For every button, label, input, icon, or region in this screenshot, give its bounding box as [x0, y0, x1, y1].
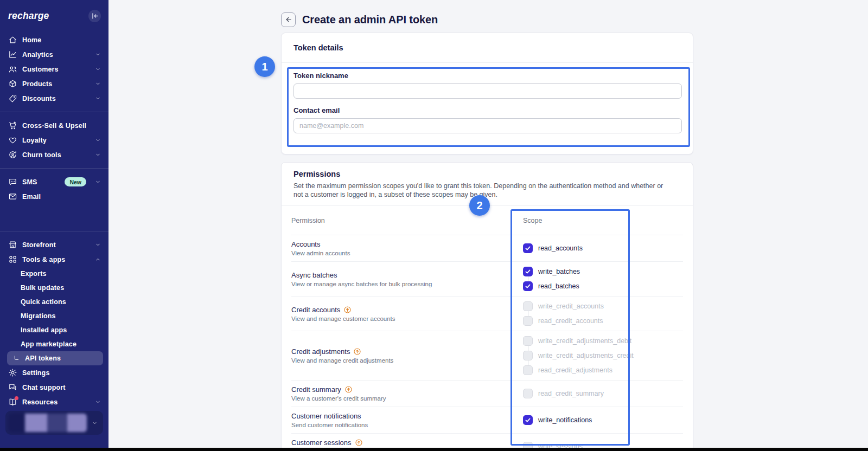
chevron-down-icon [95, 51, 101, 57]
recharge-logo: recharge [8, 10, 49, 22]
scope-checkbox-read_accounts[interactable] [523, 243, 533, 253]
scope-checkbox-read_credit_adjustments [523, 365, 533, 375]
sidebar-item-discounts[interactable]: Discounts [0, 91, 108, 106]
token-details-card: Token details Token nickname Contact ema… [281, 33, 693, 154]
scope-checkbox-write_credit_accounts [523, 301, 533, 311]
chevron-down-icon [95, 81, 101, 87]
cross-sell-icon [8, 121, 17, 130]
scope-checkbox-read_batches[interactable] [523, 281, 533, 291]
sidebar-item-chat-support[interactable]: Chat support [0, 380, 108, 395]
sidebar-item-loyalty[interactable]: Loyalty [0, 133, 108, 147]
tools-apps-icon [8, 255, 17, 264]
permission-cell: Accounts View admin accounts [291, 240, 523, 256]
store-switcher[interactable] [5, 411, 103, 435]
sidebar-collapse-button[interactable] [88, 10, 101, 22]
sidebar-item-customers[interactable]: Customers [0, 62, 108, 76]
sidebar-item-label: Email [22, 193, 41, 201]
sidebar-item-label: Home [22, 36, 41, 44]
permission-description: View and manage credit adjustments [291, 357, 516, 364]
sidebar-item-cross-sell-and-upsell[interactable]: Cross-Sell & Upsell [0, 118, 108, 133]
permission-cell: Credit accounts View and manage customer… [291, 306, 523, 322]
scope-checkbox-read_credit_summary [523, 389, 533, 398]
sidebar-item-products[interactable]: Products [0, 76, 108, 91]
sidebar-item-settings[interactable]: Settings [0, 365, 108, 380]
sidebar-subitem-app-marketplace[interactable]: App marketplace [0, 337, 108, 351]
sidebar-item-tools-and-apps[interactable]: Tools & apps [0, 252, 108, 267]
permission-description: View admin accounts [291, 250, 516, 256]
sidebar-item-email[interactable]: Email [0, 189, 108, 204]
permission-cell: Async batches View or manage async batch… [291, 271, 523, 287]
scope-item-write_credit_accounts: write_credit_accounts [523, 301, 683, 311]
chevron-down-icon [95, 137, 101, 143]
scope-label: write_batches [538, 268, 580, 275]
sidebar-item-label: Churn tools [22, 151, 61, 159]
annotation-step-1-badge: 1 [254, 56, 275, 77]
permission-row-credit-accounts: Credit accounts View and manage customer… [291, 297, 683, 331]
sidebar-item-storefront[interactable]: Storefront [0, 237, 108, 252]
sidebar-item-resources[interactable]: Resources [0, 395, 108, 409]
permission-cell: Credit summary View a customer's credit … [291, 385, 523, 402]
scope-checkbox-write_notifications[interactable] [523, 415, 533, 425]
permission-name: Credit adjustments [291, 347, 516, 356]
permission-name: Credit summary [291, 385, 516, 394]
permission-name: Accounts [291, 240, 516, 248]
permission-description: View a customer's credit summary [291, 395, 516, 402]
page-header: Create an admin API token [281, 0, 693, 28]
home-icon [8, 35, 17, 44]
upgrade-required-icon [355, 439, 363, 447]
sidebar-item-label: Loyalty [22, 137, 47, 144]
sidebar: recharge HomeAnalyticsCustomersProductsD… [0, 0, 108, 451]
new-badge: New [65, 177, 86, 186]
sidebar-item-label: Tools & apps [22, 256, 65, 263]
sidebar-subitem-api-tokens[interactable]: API tokens [7, 351, 103, 365]
contact-email-field-group: Contact email [293, 106, 681, 133]
sidebar-subitem-exports[interactable]: Exports [0, 267, 108, 281]
permission-name: Customer notifications [291, 412, 516, 420]
sidebar-subitem-label: Migrations [21, 312, 56, 320]
upgrade-required-icon [344, 385, 353, 394]
collapse-sidebar-icon [90, 11, 99, 21]
sidebar-subitem-migrations[interactable]: Migrations [0, 309, 108, 323]
sidebar-item-analytics[interactable]: Analytics [0, 47, 108, 62]
page-title: Create an admin API token [302, 14, 438, 26]
token-nickname-label: Token nickname [293, 72, 681, 80]
back-button[interactable] [281, 12, 296, 27]
sidebar-item-label: Cross-Sell & Upsell [22, 122, 86, 130]
sidebar-item-home[interactable]: Home [0, 33, 108, 47]
sidebar-subitem-quick-actions[interactable]: Quick actions [0, 295, 108, 309]
discounts-icon [8, 94, 17, 103]
main-content: Create an admin API token Token details … [108, 0, 868, 451]
chevron-down-icon [95, 399, 101, 405]
sidebar-subitem-installed-apps[interactable]: Installed apps [0, 323, 108, 337]
loyalty-icon [8, 136, 17, 145]
sidebar-nav: HomeAnalyticsCustomersProductsDiscountsC… [0, 31, 108, 409]
sidebar-subitem-bulk-updates[interactable]: Bulk updates [0, 281, 108, 295]
token-nickname-input[interactable] [293, 83, 682, 99]
email-icon [8, 192, 17, 201]
scope-label: write_credit_adjustments_debit [538, 337, 631, 345]
tree-branch-icon [12, 354, 21, 363]
scope-label: read_accounts [538, 244, 583, 252]
contact-email-input[interactable] [293, 118, 682, 133]
chevron-down-icon [95, 152, 101, 158]
sms-icon [8, 177, 17, 186]
sidebar-item-churn-tools[interactable]: Churn tools [0, 147, 108, 162]
sidebar-item-sms[interactable]: SMSNew [0, 175, 108, 189]
scope-item-write_credit_adjustments_debit: write_credit_adjustments_debit [523, 336, 683, 346]
notification-dot [15, 396, 18, 400]
sidebar-subitem-label: Installed apps [21, 326, 67, 334]
upgrade-required-icon [343, 306, 352, 314]
app-window: recharge HomeAnalyticsCustomersProductsD… [0, 0, 868, 451]
sidebar-item-label: Resources [22, 398, 58, 406]
permission-name: Customer sessions [291, 439, 516, 447]
scope-checkbox-write_credit_adjustments_credit [523, 351, 533, 360]
customers-icon [8, 65, 17, 74]
scope-label: read_credit_summary [538, 390, 604, 397]
chevron-down-icon [92, 420, 98, 426]
sidebar-item-label: Chat support [22, 384, 66, 391]
chevron-down-icon [95, 242, 101, 248]
scope-label: read_credit_adjustments [538, 366, 612, 374]
products-icon [8, 79, 17, 88]
chat-support-icon [8, 383, 17, 392]
scope-checkbox-write_batches[interactable] [523, 267, 533, 276]
